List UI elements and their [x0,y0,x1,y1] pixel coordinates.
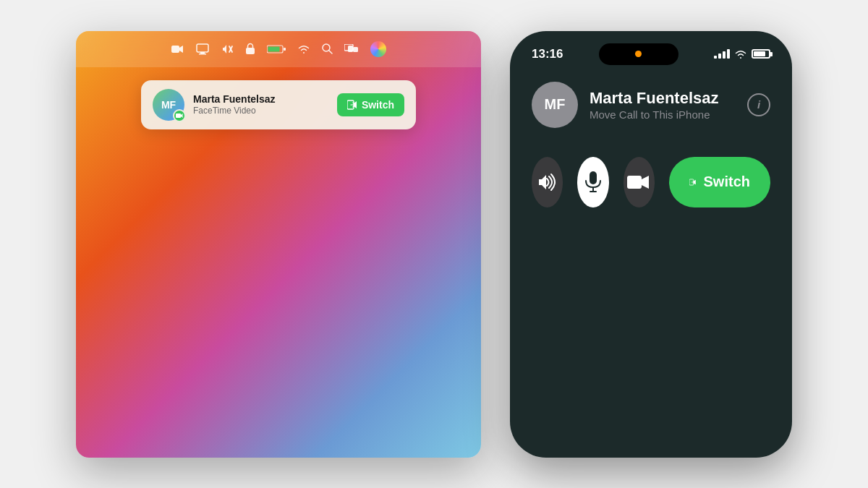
svg-rect-1 [197,44,208,52]
signal-bars-icon [714,49,730,59]
svg-rect-9 [284,48,286,51]
mute-icon[interactable] [221,43,234,55]
switch-icon [689,173,697,192]
info-button[interactable]: i [747,93,770,116]
mac-avatar: MF [153,89,184,121]
iphone-switch-label: Switch [704,174,750,190]
iphone-contact-info: Marta Fuentelsaz Move Call to This iPhon… [590,88,736,121]
lock-icon[interactable] [245,43,255,55]
speaker-icon [536,172,559,192]
iphone-avatar-initials: MF [545,96,566,113]
iphone-call-controls: Switch [532,157,770,207]
signal-bar-3 [723,51,726,59]
signal-bar-2 [718,53,721,59]
display-icon[interactable] [196,43,209,55]
battery-fill [754,51,765,56]
dynamic-island [599,43,678,65]
svg-rect-3 [199,53,206,55]
mac-switch-label: Switch [362,99,394,111]
mac-avatar-initials: MF [161,99,176,111]
screen-share-icon[interactable] [344,44,359,54]
signal-bar-1 [714,56,717,59]
video-icon [627,174,650,190]
microphone-icon [585,171,601,193]
iphone-contact-row: MF Marta Fuentelsaz Move Call to This iP… [532,82,770,128]
mac-screen: MF Marta Fuentelsaz FaceTime Video Switc… [76,31,481,458]
iphone-contact-name: Marta Fuentelsaz [590,88,736,109]
video-button[interactable] [624,157,655,207]
battery-menubar-icon [267,44,286,54]
mac-avatar-badge [173,109,186,122]
mac-notif-sub: FaceTime Video [193,106,328,117]
iphone-avatar: MF [532,82,578,128]
svg-rect-17 [590,171,597,184]
mac-notif-text: Marta Fuentelsaz FaceTime Video [193,93,328,117]
iphone-call-area: MF Marta Fuentelsaz Move Call to This iP… [510,67,792,458]
siri-icon[interactable] [370,41,386,57]
iphone-switch-button[interactable]: Switch [669,157,770,207]
status-right-icons [714,49,770,59]
svg-rect-0 [171,46,179,53]
mac-menubar [76,31,481,67]
mute-button[interactable] [577,157,608,207]
svg-rect-8 [268,46,279,51]
iphone-contact-subtitle: Move Call to This iPhone [590,108,736,121]
speaker-button[interactable] [532,157,563,207]
facetime-menubar-icon[interactable] [171,44,184,54]
battery-icon [752,49,770,59]
svg-rect-6 [246,48,255,54]
svg-rect-14 [353,47,358,52]
status-time: 13:16 [532,47,563,61]
mac-switch-button[interactable]: Switch [337,93,404,116]
iphone-screen: 13:16 [510,31,792,458]
mac-notification-banner: MF Marta Fuentelsaz FaceTime Video Switc… [141,80,416,129]
wifi-menubar-icon[interactable] [297,44,310,54]
signal-bar-4 [727,49,730,59]
wifi-icon [734,49,747,59]
dynamic-island-dot [635,51,642,57]
iphone-status-bar: 13:16 [510,31,792,67]
svg-rect-20 [627,176,642,189]
svg-line-11 [329,51,332,53]
svg-rect-2 [200,52,205,53]
svg-rect-13 [348,46,353,52]
svg-rect-15 [176,114,181,118]
search-menubar-icon[interactable] [322,43,333,54]
mac-notif-name: Marta Fuentelsaz [193,93,328,106]
